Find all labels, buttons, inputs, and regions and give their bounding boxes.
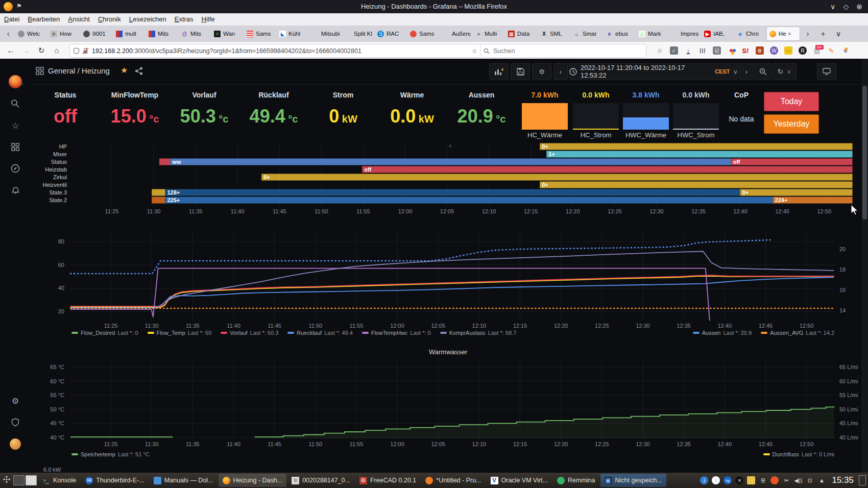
page-scrollbar[interactable] — [861, 59, 868, 473]
menu-bearbeiten[interactable]: Bearbeiten — [23, 13, 64, 25]
tab-Mark[interactable]: ⌂Mark — [636, 27, 669, 40]
tab-Split Klim[interactable]: Split Klim — [342, 27, 375, 40]
tab-Data[interactable]: ▦Data — [505, 27, 538, 40]
menu-chronik[interactable]: Chronik — [94, 13, 125, 25]
new-tab-icon[interactable]: + — [817, 28, 829, 40]
tabs-counter-icon[interactable]: ▤99+ — [811, 44, 823, 57]
tab-Wan[interactable]: ×Wan — [211, 27, 244, 40]
task-freecad-0-20-1[interactable]: ⚙FreeCAD 0.20.1 — [355, 474, 420, 487]
volume-icon[interactable]: ◀)) — [794, 476, 802, 484]
gear-extension-icon[interactable]: ⚙ — [754, 44, 766, 57]
menu-hilfe[interactable]: Hilfe — [198, 13, 219, 25]
tab-list-caret-icon[interactable]: ∨ — [832, 28, 845, 40]
timeline-segment[interactable] — [546, 151, 852, 158]
task-oracle-vm-virt-[interactable]: VOracle VM Virt... — [487, 474, 552, 487]
hp-icon[interactable]: hp — [724, 476, 732, 484]
virtual-desktop-2[interactable] — [26, 475, 37, 485]
tab-Außenge[interactable]: Außenge — [440, 27, 473, 40]
library-icon[interactable]: ☰ — [696, 44, 709, 57]
task-konsole[interactable]: ›_Konsole — [38, 474, 80, 487]
search-input[interactable] — [492, 47, 627, 55]
tab-Smar[interactable]: ⌂Smar — [571, 27, 604, 40]
tab-Welc[interactable]: Welc — [15, 27, 48, 40]
tab-Sams[interactable]: Sams — [407, 27, 440, 40]
tab-Multi[interactable]: »Multi — [473, 27, 505, 40]
tab-Mits[interactable]: Mits — [146, 27, 179, 40]
bookmark-star-icon[interactable]: ☆ — [654, 44, 666, 57]
insecure-lock-icon[interactable] — [82, 47, 89, 54]
taskbar-clock[interactable]: 15:35 — [832, 475, 854, 485]
task--untitled-pru-[interactable]: *Untitled - Pru... — [421, 474, 485, 487]
timeline-segment[interactable] — [540, 182, 852, 188]
minimize-button[interactable]: ∨ — [827, 2, 838, 12]
menu-lesezeichen[interactable]: Lesezeichen — [125, 13, 171, 25]
ublock-icon[interactable]: U — [711, 44, 723, 57]
download-icon[interactable]: ↓ — [682, 44, 694, 57]
display-icon[interactable]: ⊡ — [806, 476, 814, 484]
timeline-segment[interactable] — [165, 189, 740, 196]
tab-RAC[interactable]: SRAC — [375, 27, 407, 40]
timeline-segment[interactable] — [170, 159, 731, 165]
tab-close-icon[interactable]: × — [788, 31, 791, 37]
r-extension-icon[interactable]: R — [797, 44, 809, 57]
window-titlebar[interactable]: ⚑ Heizung - Dashboards - Grafana – Mozil… — [0, 0, 868, 13]
close-button[interactable]: ⊗ — [854, 2, 865, 12]
scrollbar-thumb[interactable] — [862, 86, 867, 219]
tab-9001[interactable]: 9001 — [81, 27, 113, 40]
tab-Impress[interactable]: Impress — [669, 27, 702, 40]
forward-icon[interactable]: → — [19, 44, 33, 57]
search-bar[interactable] — [480, 44, 646, 58]
tab-IAB,[interactable]: ▶IAB, — [702, 27, 734, 40]
task-heizung-dash-[interactable]: Heizung - Dash... — [219, 474, 287, 487]
timeline-segment[interactable] — [152, 197, 165, 204]
timeline-segment[interactable] — [540, 143, 852, 150]
yakuake-icon[interactable] — [770, 476, 779, 484]
highlighter-icon[interactable]: ✎ — [825, 44, 837, 57]
task-manuals-dol-[interactable]: Manuals — Dol... — [150, 474, 218, 487]
peek-desktop-button[interactable] — [859, 475, 866, 485]
wappalyzer-icon[interactable]: W — [768, 44, 780, 57]
timeline-segment[interactable] — [261, 174, 852, 181]
menu-hamburger-icon[interactable]: ≡ — [839, 44, 852, 57]
x-server-icon[interactable]: × — [735, 476, 743, 484]
back-icon[interactable]: ← — [4, 44, 17, 57]
info-icon[interactable]: i — [700, 476, 708, 484]
timeline-segment[interactable] — [362, 166, 852, 173]
tab-Mitsubis[interactable]: Mitsubis — [309, 27, 342, 40]
menu-datei[interactable]: Datei — [0, 13, 23, 25]
notes-icon[interactable] — [747, 476, 755, 484]
tab-How[interactable]: ≡How — [48, 27, 81, 40]
stylish-icon[interactable]: S! — [739, 44, 752, 57]
bookmark-page-star-icon[interactable]: ☆ — [472, 47, 477, 55]
timeline-segment[interactable] — [159, 159, 170, 165]
virtual-desktop-1[interactable] — [13, 475, 25, 485]
user-agent-icon[interactable]: 웃 — [759, 476, 767, 484]
task-remmina[interactable]: Remmina — [553, 474, 599, 487]
app-launcher-icon[interactable] — [0, 475, 13, 485]
tab-Sams[interactable]: Sams — [244, 27, 277, 40]
home-icon[interactable]: ⌂ — [50, 44, 63, 57]
tab-ebus[interactable]: eebus — [604, 27, 636, 40]
expand-tray-icon[interactable]: ▲ — [817, 476, 826, 484]
url-bar[interactable]: 192.168.2.200:3000/d/vc5pa3iRz/heizung?o… — [69, 44, 481, 58]
task-nicht-gespeich-[interactable]: ▣Nicht gespeich... — [600, 474, 666, 487]
timeline-segment[interactable] — [731, 159, 852, 165]
tab-Kühl[interactable]: ◣Kühl — [277, 27, 309, 40]
menu-extras[interactable]: Extras — [171, 13, 198, 25]
maximize-button[interactable]: ◇ — [840, 2, 852, 12]
tab-SML[interactable]: XSML — [538, 27, 571, 40]
timeline-segment[interactable] — [740, 189, 853, 196]
tabs-overflow-icon[interactable]: › — [802, 28, 814, 40]
task-thunderbird-e-[interactable]: ✉Thunderbird-E-... — [81, 474, 148, 487]
tab-He[interactable]: He× — [767, 27, 800, 40]
notes-extension-icon[interactable]: ⋯ — [782, 44, 794, 57]
permissions-shield-icon[interactable] — [73, 47, 80, 54]
tab-scroll-left-icon[interactable]: ‹ — [2, 28, 14, 40]
timeline-segment[interactable] — [165, 197, 773, 204]
tab-mult[interactable]: mult — [113, 27, 146, 40]
colorballs-icon[interactable] — [725, 44, 737, 57]
tab-Mits[interactable]: @Mits — [179, 27, 211, 40]
tab-Chro[interactable]: ◈Chro — [734, 27, 767, 40]
pocket-shield-icon[interactable]: ✓ — [668, 44, 680, 57]
reload-icon[interactable]: ↻ — [35, 44, 48, 57]
